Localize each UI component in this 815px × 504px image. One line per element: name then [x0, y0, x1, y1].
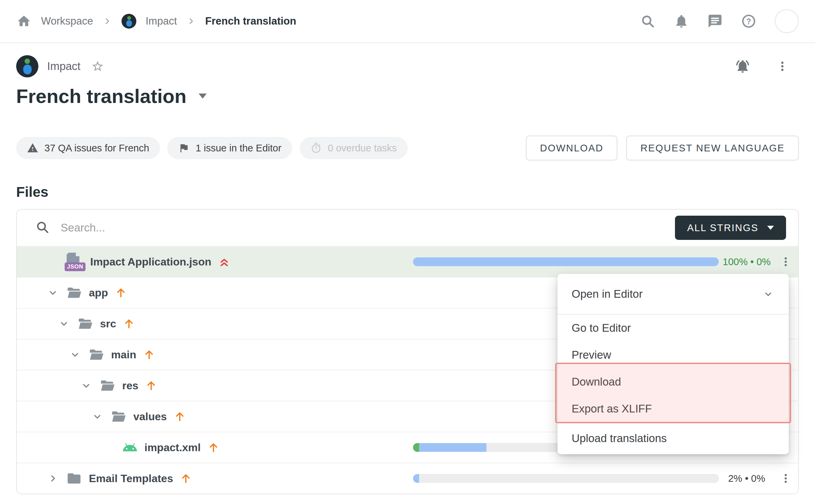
- page-title-row: French translation: [0, 85, 815, 107]
- translated-segment: [413, 474, 419, 483]
- priority-high-icon: [180, 472, 192, 484]
- menu-item-preview[interactable]: Preview: [557, 341, 789, 368]
- menu-item-label: Open in Editor: [572, 288, 643, 300]
- status-badges: 37 QA issues for French 1 issue in the E…: [16, 137, 408, 159]
- folder-icon: [99, 379, 115, 393]
- chevron-right-icon: [103, 16, 112, 26]
- menu-item-export-as-xliff[interactable]: Export as XLIFF: [557, 395, 789, 422]
- file-name: impact.xml: [144, 441, 201, 454]
- download-button[interactable]: DOWNLOAD: [526, 136, 617, 160]
- priority-high-icon: [115, 287, 127, 299]
- strings-filter-button[interactable]: ALL STRINGS: [675, 216, 786, 240]
- editor-issues-badge[interactable]: 1 issue in the Editor: [167, 137, 292, 159]
- row-menu-icon[interactable]: [778, 472, 793, 485]
- folder-icon: [110, 409, 127, 424]
- qa-issues-badge[interactable]: 37 QA issues for French: [16, 137, 160, 159]
- files-search-input[interactable]: [61, 221, 664, 234]
- page-title: French translation: [16, 85, 186, 107]
- row-label-group: Email Templates: [17, 471, 192, 485]
- folder-icon: [88, 348, 104, 362]
- search-icon: [35, 220, 50, 236]
- json-badge: JSON: [65, 262, 86, 271]
- chevron-right-icon[interactable]: [46, 472, 59, 484]
- priority-high-icon: [123, 318, 135, 330]
- menu-item-label: Download: [572, 375, 621, 388]
- notifications-icon[interactable]: [674, 13, 689, 29]
- search-icon[interactable]: [640, 13, 655, 29]
- row-label-group: values: [17, 409, 186, 424]
- chevron-down-icon[interactable]: [69, 349, 81, 361]
- menu-item-go-to-editor[interactable]: Go to Editor: [557, 315, 789, 341]
- help-icon[interactable]: ?: [741, 13, 756, 29]
- row-label-group: src: [17, 317, 135, 331]
- chevron-down-icon: [762, 288, 774, 300]
- star-icon[interactable]: [91, 60, 104, 73]
- translation-progress-bar: [413, 257, 719, 266]
- breadcrumb-project[interactable]: Impact: [146, 15, 177, 27]
- home-icon[interactable]: [16, 13, 32, 29]
- file-context-menu: Open in EditorGo to EditorPreviewDownloa…: [557, 274, 789, 454]
- chevron-down-icon: [767, 226, 774, 230]
- chevron-down-icon[interactable]: [46, 287, 59, 299]
- folder-icon: [77, 317, 93, 331]
- files-search-row: ALL STRINGS: [17, 210, 798, 246]
- chevron-down-icon[interactable]: [91, 410, 104, 423]
- json-file-icon: JSON: [67, 252, 83, 271]
- file-name: src: [100, 318, 116, 330]
- file-name: Impact Application.json: [90, 256, 211, 268]
- file-name: app: [89, 287, 108, 299]
- file-row-impact-application-json[interactable]: JSONImpact Application.json100% • 0%: [17, 246, 798, 277]
- row-label-group: main: [17, 348, 155, 362]
- more-vertical-icon[interactable]: [775, 59, 790, 74]
- chevron-down-icon[interactable]: [80, 380, 93, 392]
- row-label-group: res: [17, 379, 157, 393]
- approved-segment: [413, 443, 419, 452]
- notifications-active-icon[interactable]: [735, 59, 750, 74]
- chevron-right-icon: [186, 16, 196, 26]
- file-name: Email Templates: [89, 472, 173, 485]
- priority-high-icon: [207, 441, 219, 454]
- translated-segment: [413, 257, 719, 266]
- priority-high-icon: [174, 410, 186, 423]
- file-name: values: [133, 410, 167, 423]
- chevron-down-icon[interactable]: [58, 318, 70, 330]
- translated-segment: [419, 443, 486, 452]
- flag-icon: [178, 142, 190, 154]
- folder-icon: [66, 286, 82, 300]
- row-label-group: impact.xml: [17, 441, 219, 454]
- warning-icon: [27, 142, 38, 154]
- progress-stats: 100% • 0%: [710, 256, 784, 267]
- messages-icon[interactable]: [707, 13, 723, 29]
- header-actions: DOWNLOAD REQUEST NEW LANGUAGE: [526, 136, 799, 160]
- overdue-tasks-badge: 0 overdue tasks: [300, 137, 408, 159]
- translation-progress-bar: [413, 474, 719, 483]
- row-label-group: app: [17, 286, 127, 300]
- menu-item-open-in-editor[interactable]: Open in Editor: [557, 274, 789, 315]
- svg-text:?: ?: [746, 17, 751, 26]
- project-files-page: Workspace Impact French translation ?: [0, 0, 815, 504]
- timer-icon: [310, 142, 322, 154]
- row-label-group: JSONImpact Application.json: [17, 252, 230, 271]
- breadcrumb-workspace[interactable]: Workspace: [41, 15, 93, 27]
- project-logo: [16, 55, 38, 77]
- priority-high-icon: [143, 349, 155, 361]
- breadcrumb-current: French translation: [205, 15, 296, 27]
- file-name: main: [111, 349, 136, 361]
- file-name: res: [122, 380, 138, 392]
- user-avatar[interactable]: [775, 9, 799, 33]
- files-heading: Files: [0, 184, 815, 200]
- priority-high-icon: [145, 380, 157, 392]
- menu-item-label: Go to Editor: [572, 322, 631, 334]
- menu-item-download[interactable]: Download: [557, 368, 789, 395]
- request-new-language-button[interactable]: REQUEST NEW LANGUAGE: [626, 136, 799, 160]
- progress-stats: 2% • 0%: [710, 473, 784, 484]
- title-dropdown-caret[interactable]: [199, 94, 207, 99]
- topbar-actions: ?: [640, 9, 799, 33]
- menu-item-label: Export as XLIFF: [572, 402, 652, 415]
- file-row-email-templates[interactable]: Email Templates2% • 0%: [17, 463, 798, 494]
- folder-icon: [66, 471, 82, 485]
- menu-item-upload-translations[interactable]: Upload translations: [557, 422, 789, 454]
- row-menu-icon[interactable]: [778, 255, 793, 268]
- top-navigation-bar: Workspace Impact French translation ?: [0, 0, 815, 43]
- breadcrumb: Workspace Impact French translation: [16, 13, 296, 29]
